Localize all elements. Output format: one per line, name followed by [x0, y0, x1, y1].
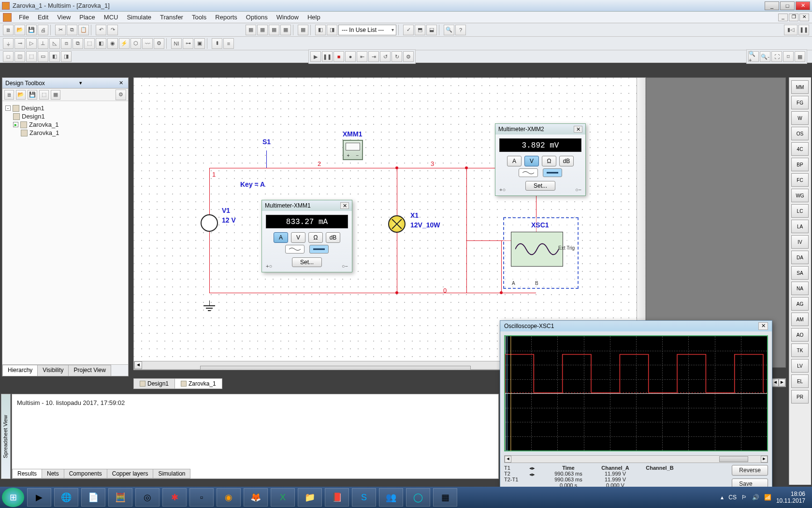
- close-button[interactable]: ✕: [796, 1, 810, 10]
- db-button-5[interactable]: ▦: [298, 25, 308, 35]
- instr-agilent-osc[interactable]: AO: [791, 328, 809, 342]
- menu-simulate[interactable]: Simulate: [122, 12, 156, 22]
- mm1-mode-a[interactable]: A: [274, 232, 288, 243]
- task-app-2[interactable]: ◉: [217, 488, 241, 507]
- instr-agilent-mm[interactable]: AM: [791, 313, 809, 326]
- doc-tab-left[interactable]: ◄: [772, 379, 779, 387]
- mm2-ac-button[interactable]: [519, 168, 538, 177]
- hscroll-left[interactable]: ◄: [134, 361, 142, 369]
- comp-ni[interactable]: NI: [171, 38, 182, 49]
- oscilloscope-window[interactable]: Oscilloscope-XSC1✕ ◄ ► T1 T2 T2-T1 ◂▸ ◂▸: [500, 320, 772, 488]
- print-button[interactable]: 🖨: [38, 25, 48, 35]
- instr-bode[interactable]: BP: [791, 158, 809, 171]
- misc-button-4[interactable]: ⬓: [426, 25, 437, 35]
- comp-source[interactable]: ⏚: [3, 38, 14, 49]
- instr-iv[interactable]: IV: [791, 235, 809, 249]
- mm2-close-button[interactable]: ✕: [574, 126, 582, 133]
- instr-elvis[interactable]: EL: [791, 374, 809, 388]
- help-button[interactable]: ?: [455, 25, 466, 35]
- switch-symbol[interactable]: [266, 150, 267, 168]
- tab-project-view[interactable]: Project View: [68, 365, 111, 376]
- instr-multimeter[interactable]: MM: [791, 80, 809, 94]
- comp-misc-digital[interactable]: ⬚: [84, 38, 95, 49]
- doc-tabs-scroll[interactable]: ◄ ►: [771, 378, 786, 387]
- mm1-dc-button[interactable]: [309, 245, 329, 254]
- sim-pause-button[interactable]: ❚❚: [322, 51, 333, 62]
- comp-misc[interactable]: ⬡: [130, 38, 141, 49]
- task-pdf[interactable]: 📕: [325, 488, 349, 507]
- menu-place[interactable]: Place: [75, 12, 100, 22]
- tree-zarovka-sheet[interactable]: Zarovka_1: [21, 129, 125, 137]
- xmm1-symbol[interactable]: +−: [343, 140, 363, 160]
- task-app-red[interactable]: ✱: [162, 488, 187, 507]
- instr-freq[interactable]: FC: [791, 173, 809, 187]
- mm1-ac-button[interactable]: [285, 245, 304, 254]
- oscilloscope-symbol[interactable]: XSC1 Ext Trig A B: [503, 217, 579, 289]
- check-button[interactable]: ✓: [403, 25, 414, 35]
- instr-logic-an[interactable]: LA: [791, 220, 809, 233]
- zoom-out-button[interactable]: 🔍-: [760, 51, 770, 62]
- redo-button[interactable]: ↷: [107, 25, 118, 35]
- comp-hier[interactable]: ⬍: [212, 38, 222, 49]
- comp-bus[interactable]: ≡: [223, 38, 234, 49]
- osc-close-button[interactable]: ✕: [758, 322, 768, 330]
- osc-scroll-left[interactable]: ◄: [505, 456, 511, 463]
- instr-wattmeter[interactable]: W: [791, 111, 809, 125]
- task-app-3[interactable]: 👥: [379, 488, 403, 507]
- switch-refdes[interactable]: S1: [262, 138, 271, 146]
- mm2-mode-ohm[interactable]: Ω: [542, 156, 556, 166]
- tb-tool-3[interactable]: 💾: [28, 90, 37, 100]
- undo-button[interactable]: ↶: [96, 25, 106, 35]
- place-btn-3[interactable]: ⬚: [26, 51, 37, 62]
- mm1-mode-v[interactable]: V: [291, 232, 305, 243]
- start-button[interactable]: ⊞: [2, 488, 24, 507]
- menu-mcu[interactable]: MCU: [100, 12, 123, 22]
- mdi-minimize[interactable]: _: [778, 14, 788, 21]
- osc-screen[interactable]: [504, 335, 768, 451]
- db-button-2[interactable]: ▦: [257, 25, 268, 35]
- open-button[interactable]: 📂: [14, 25, 25, 35]
- mm2-mode-db[interactable]: dB: [559, 156, 574, 166]
- paste-button[interactable]: 📋: [78, 25, 89, 35]
- sim-step-b[interactable]: ⇥: [368, 51, 379, 62]
- mm2-mode-a[interactable]: A: [507, 156, 522, 166]
- comp-ttl[interactable]: ⧈: [61, 38, 72, 49]
- hscroll-thumb[interactable]: [200, 366, 471, 370]
- db-button-1[interactable]: ▦: [246, 25, 256, 35]
- comp-basic[interactable]: ⊸: [14, 38, 25, 49]
- in-use-combo[interactable]: --- In Use List ---: [338, 25, 396, 35]
- mm2-set-button[interactable]: Set...: [525, 181, 555, 191]
- tb-tool-1[interactable]: 🗎: [4, 90, 14, 100]
- place-btn-2[interactable]: ◫: [14, 51, 25, 62]
- task-explorer[interactable]: 📁: [298, 488, 322, 507]
- task-chrome[interactable]: ◎: [135, 488, 160, 507]
- zoom-area-button[interactable]: ⛶: [771, 51, 782, 62]
- mdi-restore[interactable]: ❐: [789, 14, 798, 21]
- ss-tab-nets[interactable]: Nets: [42, 469, 64, 478]
- menu-transfer[interactable]: Transfer: [156, 12, 188, 22]
- comp-mixed[interactable]: ◧: [96, 38, 106, 49]
- instr-funcgen[interactable]: FG: [791, 96, 809, 109]
- task-skype[interactable]: S: [352, 488, 376, 507]
- comp-diode[interactable]: ▷: [26, 38, 37, 49]
- maximize-button[interactable]: □: [780, 1, 795, 10]
- doc-tab-design1[interactable]: Design1: [133, 378, 175, 389]
- sim-step-c[interactable]: ↺: [380, 51, 391, 62]
- toolbox-pin-icon[interactable]: ▾: [77, 80, 84, 86]
- spreadsheet-title[interactable]: Spreadsheet View: [1, 394, 11, 479]
- tray-flag-icon[interactable]: 🏳: [741, 494, 747, 501]
- task-media-player[interactable]: ▶: [27, 488, 51, 507]
- ss-tab-copper[interactable]: Copper layers: [107, 469, 154, 478]
- place-btn-1[interactable]: □: [3, 51, 14, 62]
- tab-hierarchy[interactable]: Hierarchy: [2, 365, 38, 376]
- comp-indicator[interactable]: ◉: [107, 38, 118, 49]
- comp-analog[interactable]: ◺: [49, 38, 60, 49]
- minimize-button[interactable]: _: [765, 1, 779, 10]
- sim-misc[interactable]: ⚙: [403, 51, 414, 62]
- instr-scope[interactable]: OS: [791, 127, 809, 140]
- mm2-mode-v[interactable]: V: [524, 156, 539, 166]
- multimeter-xmm1-window[interactable]: Multimeter-XMM1✕ 833.27 mA A V Ω dB Set.…: [261, 200, 352, 272]
- cut-button[interactable]: ✂: [55, 25, 66, 35]
- multimeter-xmm2-window[interactable]: Multimeter-XMM2✕ 3.892 mV A V Ω dB Set..…: [495, 123, 586, 196]
- new-button[interactable]: 🗎: [3, 25, 14, 35]
